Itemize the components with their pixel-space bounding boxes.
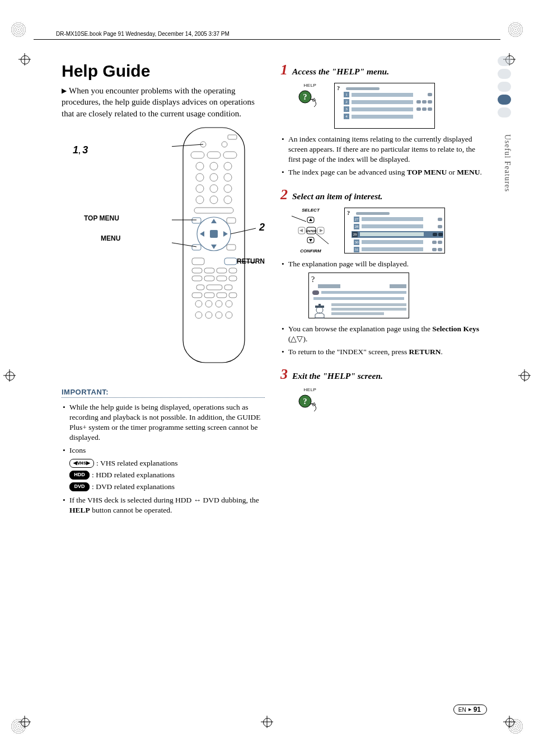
select-label: SELECT — [302, 208, 320, 213]
step-title: Exit the "HELP" screen. — [292, 371, 383, 381]
confirm-label: CONFIRM — [300, 248, 321, 253]
crop-target-icon — [507, 21, 524, 38]
select-confirm-figure: SELECT ENTER — [288, 208, 333, 253]
question-icon: ? — [337, 85, 340, 91]
step-number: 3 — [280, 366, 288, 383]
icon-legend-vhs: ◀ᴠʜs▶ : VHS related explanations — [69, 458, 265, 469]
list-item: You can browse the explanation page usin… — [280, 324, 484, 344]
vhs-icon: ◀ᴠʜs▶ — [69, 459, 94, 468]
registration-mark-icon — [18, 716, 31, 728]
professor-icon — [311, 303, 328, 320]
registration-mark-icon — [503, 716, 516, 728]
intro-text: When you encounter problems with the ope… — [62, 86, 255, 118]
svg-rect-75 — [318, 304, 321, 306]
dvd-icon: DVD — [69, 482, 90, 491]
hdd-icon: HDD — [69, 471, 90, 480]
icon-legend-dvd: DVD : DVD related explanations — [69, 481, 265, 493]
document-page: DR-MX10SE.book Page 91 Wednesday, Decemb… — [0, 0, 534, 756]
list-item: The explanation page will be displayed. — [280, 259, 484, 269]
step-number: 1 — [280, 62, 288, 78]
question-icon: ? — [347, 210, 350, 216]
help-button-figure: HELP ? — [297, 387, 323, 414]
tab-pill — [498, 69, 511, 79]
list-item: Icons — [62, 445, 265, 456]
content-area: Help Guide ▶When you encounter problems … — [62, 62, 484, 700]
index-screen-scrolled-figure: ? 27 28 29 30 31 — [344, 208, 445, 253]
registration-mark-icon — [518, 369, 531, 382]
tab-pill — [498, 107, 511, 118]
tab-pill-active — [498, 95, 511, 105]
callout-menu: MENU — [101, 234, 120, 242]
callout-2: 2 — [259, 222, 265, 233]
svg-rect-21 — [210, 230, 218, 238]
section-label: Useful Features — [503, 134, 512, 192]
step-3: 3 Exit the "HELP" screen. HELP ? — [280, 366, 484, 414]
book-header-line: DR-MX10SE.book Page 91 Wednesday, Decemb… — [56, 31, 229, 37]
remote-diagram: 1, 3 TOP MENU MENU 2 RETURN — [62, 125, 265, 365]
icon-legend-hdd: HDD : HDD related explanations — [69, 469, 265, 481]
page-number-badge: EN ▶ 91 — [453, 705, 487, 715]
list-item: While the help guide is being displayed,… — [62, 402, 265, 443]
enter-label: ENTER — [306, 229, 317, 233]
callout-top-menu: TOP MENU — [84, 214, 119, 222]
question-icon: ? — [311, 275, 406, 284]
dpad-icon: ENTER — [288, 213, 333, 248]
help-button-figure: HELP ? — [297, 83, 323, 109]
important-heading: IMPORTANT: — [62, 388, 265, 396]
svg-text:?: ? — [303, 93, 307, 101]
page-title: Help Guide — [62, 62, 265, 81]
step-2: 2 Select an item of interest. SELECT — [280, 186, 484, 357]
important-list-2: If the VHS deck is selected during HDD ↔… — [62, 495, 265, 515]
index-screen-figure: ? 1 2 3 4 — [334, 83, 435, 129]
svg-line-72 — [315, 233, 329, 244]
callout-1-3: 1, 3 — [73, 144, 88, 156]
section-tab — [498, 56, 514, 118]
list-item: If the VHS deck is selected during HDD ↔… — [62, 495, 265, 515]
help-label: HELP — [304, 387, 317, 392]
tab-pill — [498, 82, 511, 92]
step-title: Access the "HELP" menu. — [292, 67, 389, 77]
play-arrow-icon: ▶ — [62, 86, 67, 95]
left-column: Help Guide ▶When you encounter problems … — [62, 62, 265, 700]
triangle-icon: ▶ — [469, 707, 471, 712]
crop-target-icon — [10, 21, 27, 38]
rule-line — [34, 39, 500, 40]
important-list: While the help guide is being displayed,… — [62, 402, 265, 456]
remote-icon — [172, 125, 256, 365]
svg-line-62 — [292, 216, 306, 222]
footer-page: 91 — [474, 706, 481, 713]
right-column: 1 Access the "HELP" menu. HELP ? — [280, 62, 484, 700]
footer-lang: EN — [458, 707, 466, 713]
registration-mark-icon — [3, 369, 16, 382]
step-title: Select an item of interest. — [292, 191, 382, 201]
registration-mark-icon — [18, 53, 31, 65]
help-press-icon: ? — [297, 89, 323, 109]
explanation-screen-figure: ? — [308, 273, 409, 318]
list-item: The index page can be advanced using TOP… — [280, 167, 484, 177]
step-number: 2 — [280, 186, 288, 203]
help-label: HELP — [304, 83, 317, 88]
step-1: 1 Access the "HELP" menu. HELP ? — [280, 62, 484, 177]
dotted-rule — [62, 397, 265, 398]
list-item: To return to the "INDEX" screen, press R… — [280, 347, 484, 357]
help-press-icon: ? — [297, 393, 323, 414]
callout-return: RETURN — [237, 257, 265, 265]
intro-paragraph: ▶When you encounter problems with the op… — [62, 85, 265, 119]
list-item: An index containing items relating to th… — [280, 134, 484, 165]
tab-pill — [498, 56, 511, 66]
svg-text:?: ? — [303, 397, 307, 406]
registration-mark-icon — [261, 716, 273, 728]
